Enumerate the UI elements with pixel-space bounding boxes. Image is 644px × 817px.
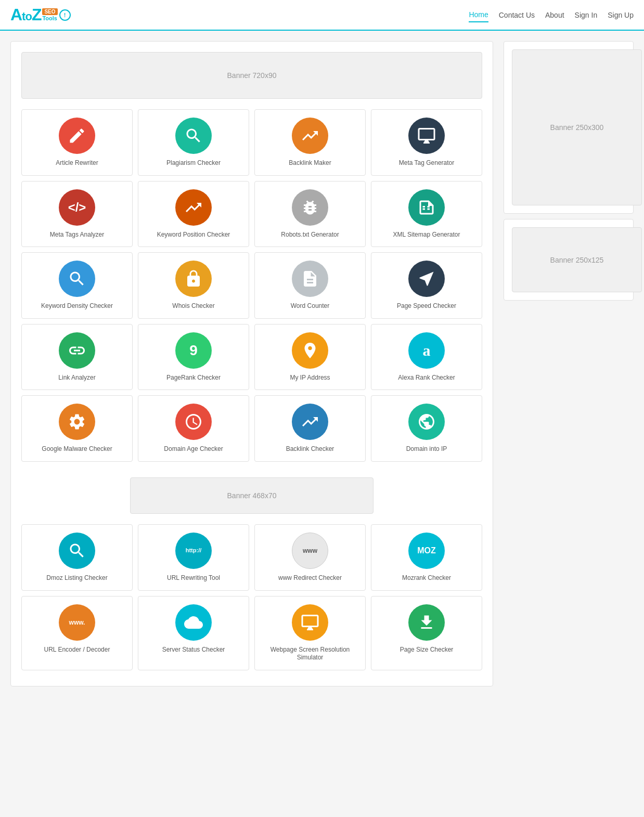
tool-name-whois: Whois Checker — [144, 302, 243, 310]
tool-keyword-position[interactable]: Keyword Position Checker — [138, 181, 249, 248]
main-nav: Home Contact Us About Sign In Sign Up — [469, 8, 634, 22]
tool-backlink-checker[interactable]: Backlink Checker — [254, 395, 366, 462]
tool-url-rewriting[interactable]: http:// URL Rewriting Tool — [138, 524, 249, 591]
tools-grid-row7: www. URL Encoder / Decoder Server Status… — [21, 596, 482, 670]
tool-icon-my-ip — [292, 332, 328, 369]
tool-word-counter[interactable]: Word Counter — [254, 252, 366, 319]
tool-icon-article-rewriter — [59, 118, 95, 154]
header: AtoZ SEO Tools ! Home Contact Us About S… — [0, 0, 644, 31]
tool-name-page-speed: Page Speed Checker — [377, 302, 476, 310]
tool-icon-xml-sitemap — [408, 189, 445, 226]
tool-page-speed[interactable]: Page Speed Checker — [371, 252, 482, 319]
nav-home[interactable]: Home — [469, 8, 488, 22]
tool-name-link-analyzer: Link Analyzer — [27, 374, 127, 382]
tool-name-pagerank: PageRank Checker — [144, 374, 243, 382]
tool-icon-whois — [175, 261, 212, 297]
tools-grid-row4: Link Analyzer 9 PageRank Checker My IP A… — [21, 324, 482, 391]
tool-name-meta-tag: Meta Tag Generator — [377, 159, 476, 167]
tool-name-page-size: Page Size Checker — [377, 646, 476, 654]
tool-icon-word-counter — [292, 261, 328, 297]
tool-icon-screen-resolution — [292, 604, 328, 641]
tool-icon-dmoz — [59, 533, 95, 569]
sidebar-banner-bottom-wrapper: Banner 250x125 — [504, 219, 634, 301]
tool-name-domain-age: Domain Age Checker — [144, 445, 243, 453]
tool-icon-pagerank: 9 — [175, 332, 212, 369]
tool-domain-ip[interactable]: Domain into IP — [371, 395, 482, 462]
tool-icon-keyword-density — [59, 261, 95, 297]
tool-icon-meta-tags-analyzer: </> — [59, 189, 95, 226]
tool-whois[interactable]: Whois Checker — [138, 252, 249, 319]
tool-name-alexa: Alexa Rank Checker — [377, 374, 476, 382]
tool-name-my-ip: My IP Address — [260, 374, 360, 382]
tool-dmoz[interactable]: Dmoz Listing Checker — [21, 524, 133, 591]
tool-plagiarism-checker[interactable]: Plagiarism Checker — [138, 109, 249, 176]
sidebar-banner-top-wrapper: Banner 250x300 — [504, 41, 634, 214]
tools-grid-row5: Google Malware Checker Domain Age Checke… — [21, 395, 482, 462]
tool-icon-backlink-checker — [292, 404, 328, 440]
tool-www-redirect[interactable]: www www Redirect Checker — [254, 524, 366, 591]
banner-side1: Banner 250x300 — [512, 49, 642, 205]
tool-link-analyzer[interactable]: Link Analyzer — [21, 324, 133, 391]
sidebar: Banner 250x300 Banner 250x125 — [504, 41, 634, 686]
logo-text: AtoZ — [10, 5, 41, 24]
tool-name-article-rewriter: Article Rewriter — [27, 159, 127, 167]
tool-name-xml-sitemap: XML Sitemap Generator — [377, 231, 476, 239]
tool-alexa[interactable]: a Alexa Rank Checker — [371, 324, 482, 391]
tool-icon-alexa: a — [408, 332, 445, 369]
tool-name-url-rewriting: URL Rewriting Tool — [144, 574, 243, 582]
logo-icon: ! — [59, 9, 71, 21]
logo[interactable]: AtoZ SEO Tools ! — [10, 5, 71, 24]
tool-name-www-redirect: www Redirect Checker — [260, 574, 360, 582]
tool-name-screen-resolution: Webpage Screen Resolution Simulator — [260, 646, 360, 662]
content-area: Banner 720x90 Article Rewriter Plagiaris… — [10, 41, 493, 686]
tool-icon-mozrank: MOZ — [408, 533, 445, 569]
logo-tools: Tools — [42, 15, 57, 21]
tool-pagerank[interactable]: 9 PageRank Checker — [138, 324, 249, 391]
nav-signin[interactable]: Sign In — [575, 8, 598, 22]
banner-side2: Banner 250x125 — [512, 227, 642, 292]
tool-mozrank[interactable]: MOZ Mozrank Checker — [371, 524, 482, 591]
tool-name-dmoz: Dmoz Listing Checker — [27, 574, 127, 582]
tools-grid-row3: Keyword Density Checker Whois Checker Wo… — [21, 252, 482, 319]
tool-xml-sitemap[interactable]: XML Sitemap Generator — [371, 181, 482, 248]
tool-domain-age[interactable]: Domain Age Checker — [138, 395, 249, 462]
tool-icon-plagiarism — [175, 118, 212, 154]
tool-page-size[interactable]: Page Size Checker — [371, 596, 482, 670]
tool-icon-page-speed — [408, 261, 445, 297]
tool-icon-www-redirect: www — [292, 533, 328, 569]
tool-name-url-encoder: URL Encoder / Decoder — [27, 646, 127, 654]
banner-top: Banner 720x90 — [21, 52, 482, 99]
tool-server-status[interactable]: Server Status Checker — [138, 596, 249, 670]
tool-icon-google-malware — [59, 404, 95, 440]
nav-signup[interactable]: Sign Up — [608, 8, 634, 22]
tool-google-malware[interactable]: Google Malware Checker — [21, 395, 133, 462]
tool-meta-tags-analyzer[interactable]: </> Meta Tags Analyzer — [21, 181, 133, 248]
tool-my-ip[interactable]: My IP Address — [254, 324, 366, 391]
tool-name-google-malware: Google Malware Checker — [27, 445, 127, 453]
tool-icon-backlink-maker — [292, 118, 328, 154]
tool-article-rewriter[interactable]: Article Rewriter — [21, 109, 133, 176]
tool-icon-domain-age — [175, 404, 212, 440]
tool-icon-robots — [292, 189, 328, 226]
tool-name-keyword-position: Keyword Position Checker — [144, 231, 243, 239]
tools-grid-row1: Article Rewriter Plagiarism Checker Back… — [21, 109, 482, 176]
logo-seo: SEO — [42, 8, 57, 15]
tools-grid-row2: </> Meta Tags Analyzer Keyword Position … — [21, 181, 482, 248]
tool-icon-meta-tag — [408, 118, 445, 154]
tool-screen-resolution[interactable]: Webpage Screen Resolution Simulator — [254, 596, 366, 670]
tool-icon-link-analyzer — [59, 332, 95, 369]
tool-name-backlink-maker: Backlink Maker — [260, 159, 360, 167]
tool-robots-txt[interactable]: Robots.txt Generator — [254, 181, 366, 248]
tool-name-keyword-density: Keyword Density Checker — [27, 302, 127, 310]
tool-icon-keyword-position — [175, 189, 212, 226]
tool-name-backlink-checker: Backlink Checker — [260, 445, 360, 453]
banner-mid: Banner 468x70 — [130, 477, 373, 514]
tool-meta-tag-generator[interactable]: Meta Tag Generator — [371, 109, 482, 176]
nav-about[interactable]: About — [545, 8, 564, 22]
nav-contact[interactable]: Contact Us — [499, 8, 535, 22]
tool-backlink-maker[interactable]: Backlink Maker — [254, 109, 366, 176]
tool-keyword-density[interactable]: Keyword Density Checker — [21, 252, 133, 319]
tools-grid-row6: Dmoz Listing Checker http:// URL Rewriti… — [21, 524, 482, 591]
tool-url-encoder[interactable]: www. URL Encoder / Decoder — [21, 596, 133, 670]
tool-name-robots: Robots.txt Generator — [260, 231, 360, 239]
